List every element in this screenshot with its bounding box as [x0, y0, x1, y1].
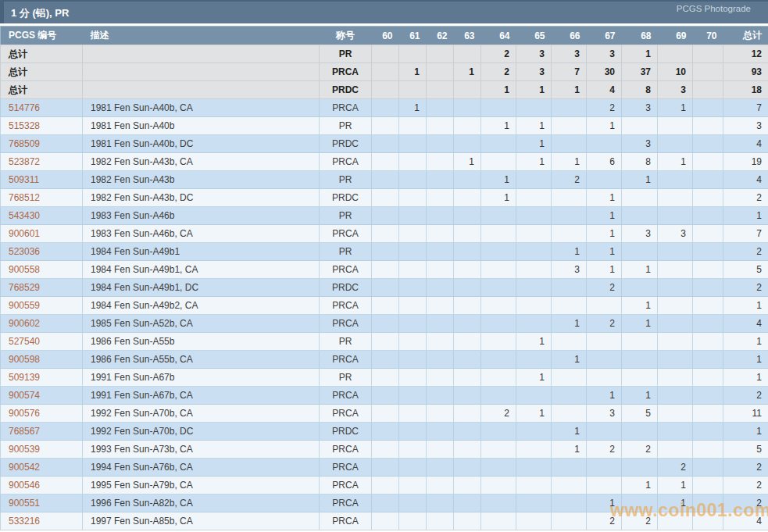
total-cell: 4	[723, 171, 768, 189]
grade-68-count-cell: 8	[622, 81, 658, 99]
description-cell: 1994 Fen Sun-A76b, CA	[83, 459, 320, 477]
column-header-61: 61	[399, 27, 427, 45]
designation-cell: PR	[320, 45, 372, 63]
grade-61-count-cell	[399, 261, 427, 279]
grade-65-count-cell	[516, 315, 552, 333]
total-cell: 1	[723, 333, 768, 351]
grade-68-count-cell	[622, 279, 658, 297]
grade-61-count-cell	[399, 45, 427, 63]
pcgs-number-link[interactable]: 900601	[1, 225, 83, 243]
column-header-total: 总计	[723, 27, 768, 45]
table-row: 9006011983 Fen Sun-A46b, CAPRCA1337	[1, 225, 768, 243]
grade-68-count-cell	[622, 459, 658, 477]
grade-65-count-cell: 3	[516, 63, 552, 81]
grade-64-count-cell	[481, 315, 516, 333]
grade-63-count-cell	[454, 423, 481, 441]
grade-65-count-cell	[516, 189, 552, 207]
grade-65-count-cell: 1	[516, 135, 552, 153]
grade-67-count-cell: 2	[587, 279, 622, 297]
pcgs-number-link[interactable]: 533216	[1, 512, 83, 530]
grade-63-count-cell	[454, 117, 481, 135]
pcgs-number-link[interactable]: 900539	[1, 441, 83, 459]
grade-61-count-cell	[399, 297, 427, 315]
pcgs-number-link[interactable]: 523872	[1, 153, 83, 171]
grade-60-count-cell	[372, 117, 399, 135]
grade-62-count-cell	[427, 351, 454, 369]
grade-63-count-cell	[454, 441, 481, 459]
table-row: 5434301983 Fen Sun-A46bPR11	[1, 207, 768, 225]
designation-cell: PRCA	[320, 387, 372, 405]
pcgs-number-link[interactable]: 900598	[1, 351, 83, 369]
pcgs-number-link[interactable]: 768512	[1, 189, 83, 207]
grade-64-count-cell	[481, 207, 516, 225]
grade-64-count-cell	[481, 225, 516, 243]
pcgs-number-link[interactable]: 900551	[1, 495, 83, 512]
grade-64-count-cell	[481, 351, 516, 369]
pcgs-number-link[interactable]: 900542	[1, 459, 83, 477]
grade-61-count-cell	[399, 441, 427, 459]
pcgs-number-link[interactable]: 514776	[1, 99, 83, 117]
pcgs-number-link[interactable]: 543430	[1, 207, 83, 225]
column-header-designation: 称号	[320, 27, 372, 45]
designation-cell: PRCA	[320, 495, 372, 512]
designation-cell: PRCA	[320, 405, 372, 423]
pcgs-number-link[interactable]: 768567	[1, 423, 83, 441]
grade-69-count-cell: 2	[658, 459, 693, 477]
table-row: 9005981986 Fen Sun-A55b, CAPRCA11	[1, 351, 768, 369]
pcgs-number-link[interactable]: 900602	[1, 315, 83, 333]
grade-68-count-cell: 1	[622, 387, 658, 405]
grade-64-count-cell	[481, 297, 516, 315]
designation-cell: PRCA	[320, 261, 372, 279]
grade-65-count-cell	[516, 99, 552, 117]
grade-65-count-cell: 1	[516, 81, 552, 99]
grade-67-count-cell: 1	[587, 189, 622, 207]
designation-cell: PRCA	[320, 441, 372, 459]
pcgs-number-link[interactable]: 509139	[1, 369, 83, 387]
summary-label: 总计	[1, 81, 83, 99]
pcgs-number-link[interactable]: 527540	[1, 333, 83, 351]
total-cell: 18	[723, 81, 768, 99]
grade-60-count-cell	[372, 387, 399, 405]
pcgs-number-link[interactable]: 768509	[1, 135, 83, 153]
description-cell: 1984 Fen Sun-A49b1, DC	[83, 279, 320, 297]
grade-60-count-cell	[372, 369, 399, 387]
grade-68-count-cell	[622, 495, 658, 512]
table-row: 5091391991 Fen Sun-A67bPR11	[1, 369, 768, 387]
grade-62-count-cell	[427, 459, 454, 477]
grade-69-count-cell	[658, 369, 693, 387]
grade-68-count-cell: 2	[622, 512, 658, 530]
pcgs-number-link[interactable]: 900574	[1, 387, 83, 405]
grade-67-count-cell: 1	[587, 387, 622, 405]
grade-67-count-cell: 3	[587, 45, 622, 63]
grade-63-count-cell	[454, 243, 481, 261]
description-cell: 1983 Fen Sun-A46b, CA	[83, 225, 320, 243]
grade-65-count-cell	[516, 261, 552, 279]
pcgs-number-link[interactable]: 900576	[1, 405, 83, 423]
grade-61-count-cell	[399, 135, 427, 153]
pcgs-number-link[interactable]: 900558	[1, 261, 83, 279]
pcgs-number-link[interactable]: 515328	[1, 117, 83, 135]
total-cell: 7	[723, 99, 768, 117]
grade-66-count-cell	[552, 189, 587, 207]
grade-68-count-cell: 8	[622, 153, 658, 171]
grade-64-count-cell	[481, 99, 516, 117]
table-row: 7685091981 Fen Sun-A40b, DCPRDC134	[1, 135, 768, 153]
table-header-row: PCGS 编号描述称号6061626364656667686970总计	[1, 27, 768, 45]
grade-70-count-cell	[693, 171, 723, 189]
grade-70-count-cell	[693, 99, 723, 117]
grade-70-count-cell	[693, 45, 723, 63]
pcgs-number-link[interactable]: 768529	[1, 279, 83, 297]
grade-65-count-cell	[516, 495, 552, 512]
grade-62-count-cell	[427, 423, 454, 441]
grade-68-count-cell: 2	[622, 441, 658, 459]
pcgs-number-link[interactable]: 900546	[1, 477, 83, 495]
pcgs-number-link[interactable]: 900559	[1, 297, 83, 315]
designation-cell: PRCA	[320, 297, 372, 315]
grade-68-count-cell: 3	[622, 99, 658, 117]
description-cell: 1982 Fen Sun-A43b	[83, 171, 320, 189]
grade-65-count-cell: 1	[516, 369, 552, 387]
summary-label: 总计	[1, 45, 83, 63]
pcgs-number-link[interactable]: 523036	[1, 243, 83, 261]
grade-61-count-cell	[399, 477, 427, 495]
pcgs-number-link[interactable]: 509311	[1, 171, 83, 189]
